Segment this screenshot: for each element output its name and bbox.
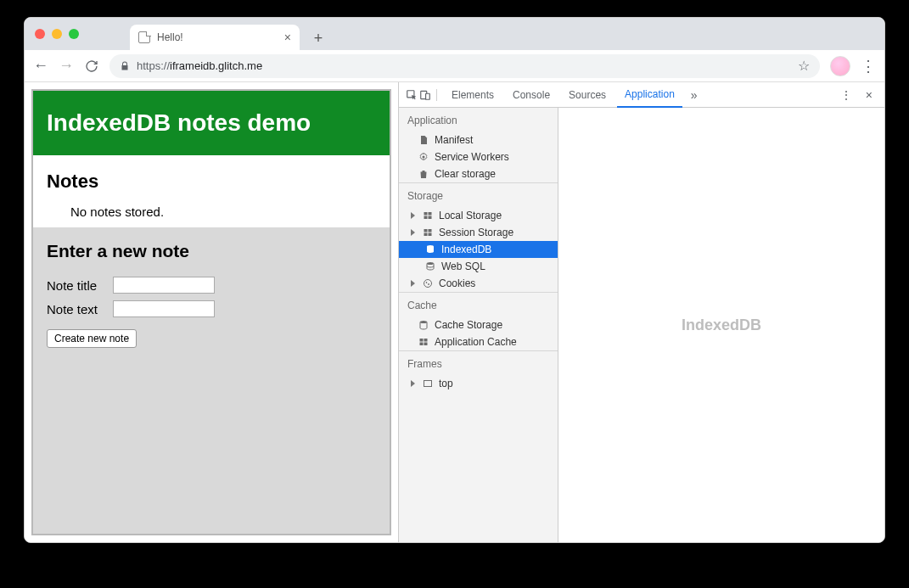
- svg-rect-19: [424, 339, 428, 342]
- form-heading: Enter a new note: [47, 241, 376, 261]
- sidebar-cache-storage[interactable]: Cache Storage: [399, 316, 558, 333]
- select-element-icon[interactable]: [406, 89, 418, 101]
- profile-avatar[interactable]: [830, 56, 850, 76]
- expand-icon[interactable]: [411, 229, 415, 236]
- reload-button[interactable]: [84, 59, 99, 74]
- sidebar-websql[interactable]: Web SQL: [399, 258, 558, 275]
- page-frame: IndexedDB notes demo Notes No notes stor…: [31, 89, 391, 535]
- file-icon: [138, 31, 150, 43]
- svg-rect-18: [420, 339, 424, 342]
- sidebar-frame-top[interactable]: top: [399, 375, 558, 392]
- sidebar-manifest[interactable]: Manifest: [399, 132, 558, 148]
- tab-title: Hello!: [157, 31, 183, 43]
- close-devtools-button[interactable]: ×: [861, 88, 878, 102]
- cookie-icon: [422, 277, 434, 289]
- sidebar-clear-storage[interactable]: Clear storage: [399, 165, 558, 182]
- database-icon: [418, 319, 429, 331]
- browser-tabstrip: Hello! × +: [25, 18, 884, 50]
- more-tabs-button[interactable]: »: [686, 88, 703, 102]
- notes-section: Notes No notes stored.: [33, 155, 390, 227]
- svg-rect-8: [424, 229, 428, 232]
- new-tab-button[interactable]: +: [306, 26, 330, 50]
- svg-rect-21: [424, 343, 428, 346]
- svg-rect-4: [424, 212, 428, 216]
- close-tab-button[interactable]: ×: [284, 31, 291, 44]
- group-frames: Frames: [399, 351, 558, 375]
- new-note-form: Enter a new note Note title Note text Cr…: [33, 227, 390, 534]
- content-area: IndexedDB notes demo Notes No notes stor…: [25, 82, 884, 542]
- url-text: https://iframeidb.glitch.me: [137, 59, 262, 72]
- svg-rect-11: [429, 233, 432, 237]
- svg-point-15: [426, 283, 427, 283]
- svg-point-3: [423, 156, 425, 159]
- svg-point-14: [424, 280, 432, 288]
- rendered-page: IndexedDB notes demo Notes No notes stor…: [25, 82, 398, 542]
- create-note-button[interactable]: Create new note: [47, 329, 137, 348]
- forward-button[interactable]: →: [59, 59, 74, 74]
- svg-rect-10: [424, 233, 428, 237]
- sidebar-session-storage[interactable]: Session Storage: [399, 224, 558, 241]
- svg-rect-9: [429, 229, 432, 232]
- browser-toolbar: ← → https://iframeidb.glitch.me ☆ ⋮: [25, 50, 884, 82]
- svg-rect-2: [426, 93, 430, 99]
- svg-point-13: [427, 262, 434, 265]
- svg-rect-7: [429, 216, 432, 220]
- empty-notes-message: No notes stored.: [47, 204, 376, 219]
- bookmark-star-icon[interactable]: ☆: [798, 58, 810, 74]
- group-cache: Cache: [399, 293, 558, 316]
- note-title-label: Note title: [47, 278, 106, 293]
- lock-icon: [120, 61, 130, 71]
- table-icon: [418, 336, 429, 348]
- sidebar-application-cache[interactable]: Application Cache: [399, 333, 558, 350]
- sidebar-cookies[interactable]: Cookies: [399, 275, 558, 292]
- back-button[interactable]: ←: [33, 59, 48, 74]
- svg-rect-22: [424, 381, 432, 387]
- sidebar-indexeddb[interactable]: IndexedDB: [399, 241, 558, 258]
- tab-application[interactable]: Application: [617, 83, 682, 108]
- page-title: IndexedDB notes demo: [33, 91, 390, 155]
- minimize-window-button[interactable]: [52, 29, 62, 39]
- note-text-input[interactable]: [113, 300, 215, 317]
- note-title-input[interactable]: [113, 277, 215, 294]
- devtools-panel: Elements Console Sources Application » ⋮…: [398, 82, 884, 542]
- table-icon: [422, 210, 434, 221]
- address-bar[interactable]: https://iframeidb.glitch.me ☆: [109, 54, 820, 78]
- expand-icon[interactable]: [411, 280, 415, 287]
- application-sidebar: Application Manifest Service Workers Cle…: [399, 108, 558, 542]
- expand-icon[interactable]: [411, 212, 415, 219]
- close-window-button[interactable]: [35, 29, 45, 39]
- inspect-tools[interactable]: [406, 89, 437, 101]
- sidebar-service-workers[interactable]: Service Workers: [399, 148, 558, 165]
- window-controls: [35, 18, 130, 50]
- database-icon: [424, 244, 436, 255]
- group-application: Application: [399, 108, 558, 132]
- table-icon: [422, 227, 434, 238]
- file-icon: [418, 134, 429, 146]
- maximize-window-button[interactable]: [69, 29, 79, 39]
- svg-point-17: [420, 321, 427, 323]
- database-icon: [424, 260, 436, 272]
- browser-tab[interactable]: Hello! ×: [130, 25, 300, 50]
- device-toolbar-icon[interactable]: [419, 89, 431, 101]
- tab-sources[interactable]: Sources: [561, 82, 614, 107]
- note-text-label: Note text: [47, 302, 106, 316]
- svg-rect-5: [429, 212, 432, 216]
- browser-menu-button[interactable]: ⋮: [861, 57, 876, 76]
- notes-heading: Notes: [47, 171, 376, 193]
- devtools-body: Application Manifest Service Workers Cle…: [399, 108, 884, 542]
- svg-rect-20: [420, 343, 424, 346]
- tab-elements[interactable]: Elements: [444, 82, 502, 107]
- gear-icon: [418, 151, 429, 163]
- sidebar-local-storage[interactable]: Local Storage: [399, 207, 558, 224]
- group-storage: Storage: [399, 183, 558, 207]
- expand-icon[interactable]: [411, 380, 415, 387]
- indexeddb-placeholder-title: IndexedDB: [682, 316, 761, 334]
- devtools-main-pane: IndexedDB: [558, 108, 884, 542]
- devtools-tabbar: Elements Console Sources Application » ⋮…: [399, 82, 884, 108]
- tab-console[interactable]: Console: [505, 82, 558, 107]
- devtools-menu-button[interactable]: ⋮: [835, 88, 857, 102]
- svg-rect-6: [424, 216, 428, 220]
- trash-icon: [418, 168, 429, 180]
- frame-icon: [422, 378, 434, 389]
- svg-point-16: [429, 284, 429, 285]
